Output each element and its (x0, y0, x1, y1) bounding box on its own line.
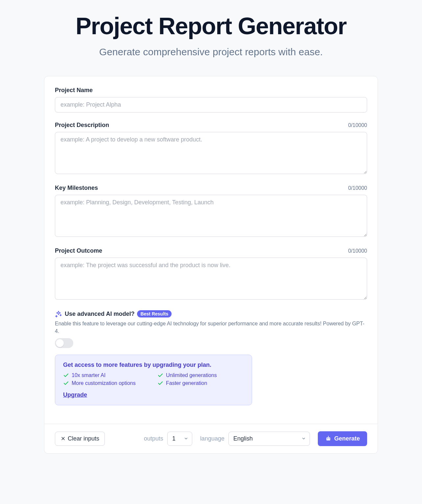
key-milestones-input[interactable] (55, 195, 367, 237)
form-card: Project Name Project Description 0/10000… (44, 76, 378, 454)
outputs-select[interactable]: 1 (167, 432, 192, 446)
svg-point-6 (328, 436, 329, 437)
svg-point-4 (329, 439, 330, 440)
close-icon (60, 436, 66, 441)
project-description-counter: 0/10000 (348, 122, 367, 128)
check-icon (63, 372, 69, 378)
generate-label: Generate (334, 435, 360, 442)
bottom-bar: Clear inputs outputs 1 language English (44, 424, 378, 453)
language-control: language English (200, 432, 310, 446)
advanced-model-section: Use advanced AI model? Best Results Enab… (55, 310, 367, 348)
svg-rect-2 (326, 438, 330, 441)
feature-item: Faster generation (157, 380, 244, 386)
project-outcome-label: Project Outcome (55, 247, 102, 254)
project-name-input[interactable] (55, 97, 367, 113)
feature-label: More customization options (72, 380, 136, 386)
key-milestones-field: Key Milestones 0/10000 (55, 185, 367, 238)
feature-label: Faster generation (166, 380, 207, 386)
feature-item: More customization options (63, 380, 150, 386)
project-description-label: Project Description (55, 122, 109, 129)
advanced-model-title: Use advanced AI model? (65, 311, 134, 317)
outputs-control: outputs 1 (144, 432, 192, 446)
upgrade-title: Get access to more features by upgrading… (63, 362, 244, 368)
key-milestones-counter: 0/10000 (348, 185, 367, 191)
project-outcome-counter: 0/10000 (348, 248, 367, 254)
best-results-badge: Best Results (137, 310, 172, 317)
page-title: Project Report Generator (44, 13, 378, 39)
robot-icon (325, 435, 332, 442)
check-icon (157, 380, 163, 386)
advanced-model-toggle[interactable] (55, 338, 73, 348)
check-icon (157, 372, 163, 378)
clear-inputs-button[interactable]: Clear inputs (55, 432, 105, 446)
project-name-label: Project Name (55, 87, 93, 94)
clear-inputs-label: Clear inputs (68, 435, 99, 442)
outputs-label: outputs (144, 435, 163, 442)
key-milestones-label: Key Milestones (55, 185, 98, 191)
feature-label: Unlimited generations (166, 372, 217, 378)
page-subtitle: Generate comprehensive project reports w… (44, 46, 378, 58)
generate-button[interactable]: Generate (318, 431, 367, 446)
toggle-knob (56, 339, 64, 347)
project-name-field: Project Name (55, 87, 367, 113)
feature-item: 10x smarter AI (63, 372, 150, 378)
feature-item: Unlimited generations (157, 372, 244, 378)
language-label: language (200, 435, 224, 442)
project-description-input[interactable] (55, 132, 367, 174)
svg-point-3 (327, 439, 328, 440)
project-outcome-input[interactable] (55, 258, 367, 300)
project-outcome-field: Project Outcome 0/10000 (55, 247, 367, 301)
language-select[interactable]: English (228, 432, 310, 446)
advanced-model-description: Enable this feature to leverage our cutt… (55, 320, 367, 335)
upgrade-box: Get access to more features by upgrading… (55, 355, 252, 405)
upgrade-link[interactable]: Upgrade (63, 391, 87, 398)
sparkles-icon (55, 310, 62, 317)
check-icon (63, 380, 69, 386)
feature-label: 10x smarter AI (72, 372, 106, 378)
project-description-field: Project Description 0/10000 (55, 122, 367, 175)
